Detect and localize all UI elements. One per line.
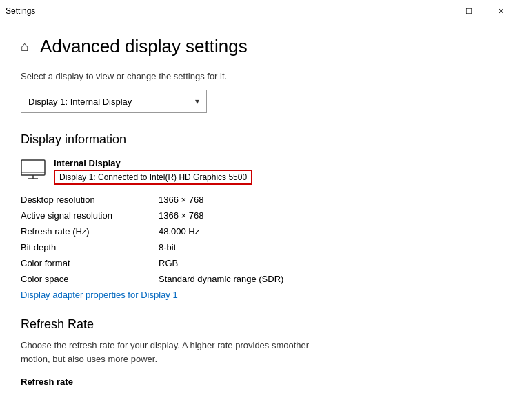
title-bar-controls: — ☐ ✕ bbox=[421, 0, 516, 22]
minimize-button[interactable]: — bbox=[421, 0, 453, 22]
main-window: Settings — ☐ ✕ ⌂ Advanced display settin… bbox=[0, 0, 522, 420]
chevron-down-icon: ▾ bbox=[195, 97, 199, 106]
home-icon[interactable]: ⌂ bbox=[21, 39, 29, 54]
svg-rect-0 bbox=[21, 160, 45, 175]
table-row: Refresh rate (Hz) 48.000 Hz bbox=[21, 223, 501, 239]
dropdown-container: Select a display to view or change the s… bbox=[21, 71, 501, 113]
table-row: Active signal resolution 1366 × 768 bbox=[21, 208, 501, 223]
display-info-section: Display information Internal Display Dis… bbox=[21, 132, 501, 301]
display-info-title: Display information bbox=[21, 132, 501, 147]
title-bar: Settings — ☐ ✕ bbox=[0, 0, 522, 22]
value-signal-res: 1366 × 768 bbox=[159, 210, 203, 221]
value-desktop-res: 1366 × 768 bbox=[159, 194, 203, 205]
dropdown-selected-value: Display 1: Internal Display bbox=[28, 97, 132, 107]
display-icon-row: Internal Display Display 1: Connected to… bbox=[21, 158, 501, 185]
label-desktop-res: Desktop resolution bbox=[21, 194, 159, 205]
label-signal-res: Active signal resolution bbox=[21, 210, 159, 221]
display-connection-badge: Display 1: Connected to Intel(R) HD Grap… bbox=[54, 170, 252, 185]
title-bar-left: Settings bbox=[6, 6, 35, 16]
refresh-rate-field-label: Refresh rate bbox=[21, 377, 73, 387]
display-selector-label: Select a display to view or change the s… bbox=[21, 71, 501, 81]
value-color-format: RGB bbox=[159, 258, 178, 268]
info-table: Desktop resolution 1366 × 768 Active sig… bbox=[21, 192, 501, 287]
display-dropdown[interactable]: Display 1: Internal Display ▾ bbox=[21, 90, 207, 113]
monitor-icon bbox=[21, 159, 46, 180]
adapter-properties-link[interactable]: Display adapter properties for Display 1 bbox=[21, 290, 178, 300]
table-row: Desktop resolution 1366 × 768 bbox=[21, 192, 501, 208]
refresh-rate-description: Choose the refresh rate for your display… bbox=[21, 339, 317, 366]
value-refresh-rate: 48.000 Hz bbox=[159, 226, 199, 237]
close-button[interactable]: ✕ bbox=[485, 0, 516, 22]
maximize-button[interactable]: ☐ bbox=[453, 0, 485, 22]
table-row: Color space Standard dynamic range (SDR) bbox=[21, 271, 501, 287]
label-refresh-rate: Refresh rate (Hz) bbox=[21, 226, 159, 237]
display-name-connection: Internal Display Display 1: Connected to… bbox=[54, 158, 252, 185]
page-header: ⌂ Advanced display settings bbox=[21, 36, 501, 57]
refresh-rate-section: Refresh Rate Choose the refresh rate for… bbox=[21, 317, 501, 388]
table-row: Color format RGB bbox=[21, 255, 501, 271]
page-title: Advanced display settings bbox=[40, 36, 248, 57]
label-color-format: Color format bbox=[21, 258, 159, 268]
title-bar-title: Settings bbox=[6, 6, 35, 16]
label-color-space: Color space bbox=[21, 274, 159, 284]
value-bit-depth: 8-bit bbox=[159, 242, 176, 252]
label-bit-depth: Bit depth bbox=[21, 242, 159, 252]
display-name: Internal Display bbox=[54, 158, 252, 168]
page-content: ⌂ Advanced display settings Select a dis… bbox=[0, 22, 522, 420]
value-color-space: Standard dynamic range (SDR) bbox=[159, 274, 283, 284]
table-row: Bit depth 8-bit bbox=[21, 239, 501, 255]
refresh-rate-title: Refresh Rate bbox=[21, 317, 501, 332]
